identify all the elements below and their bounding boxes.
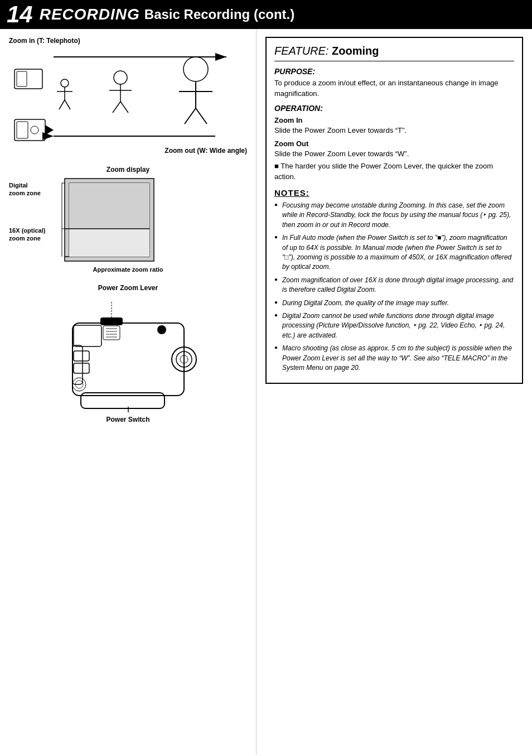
svg-line-9 bbox=[65, 100, 70, 109]
svg-rect-3 bbox=[14, 69, 42, 89]
note-item: Macro shooting (as close as approx. 5 cm… bbox=[274, 344, 514, 373]
purpose-heading: PURPOSE: bbox=[274, 67, 514, 76]
svg-line-14 bbox=[120, 102, 128, 113]
note-item: Focusing may become unstable during Zoom… bbox=[274, 201, 514, 230]
purpose-text: To produce a zoom in/out effect, or an i… bbox=[274, 78, 514, 99]
zoom-display-section: Zoom display Digitalzoom zone 16X (optic… bbox=[9, 166, 247, 273]
feature-box: FEATURE: Zooming PURPOSE: To produce a z… bbox=[265, 37, 523, 384]
note-item: Digital Zoom cannot be used while functi… bbox=[274, 311, 514, 340]
svg-rect-21 bbox=[17, 122, 28, 138]
header-subtitle: Basic Recording (cont.) bbox=[144, 7, 294, 22]
main-content: Zoom in (T: Telephoto) bbox=[0, 29, 532, 754]
svg-rect-41 bbox=[100, 317, 123, 325]
zoom-bullet-text: ■ The harder you slide the Power Zoom Le… bbox=[274, 161, 514, 182]
svg-line-18 bbox=[185, 108, 196, 124]
zoom-in-label: Zoom in (T: Telephoto) bbox=[9, 37, 247, 45]
zoom-bar-svg bbox=[59, 176, 182, 265]
svg-point-10 bbox=[114, 71, 127, 84]
svg-rect-44 bbox=[103, 326, 120, 340]
zoom-out-text: Slide the Power Zoom Lever towards “W”. bbox=[274, 149, 514, 160]
svg-point-15 bbox=[183, 57, 208, 81]
note-item: During Digital Zoom, the quality of the … bbox=[274, 298, 514, 308]
optical-zoom-label: 16X (optical)zoom zone bbox=[9, 227, 57, 243]
zoom-in-text: Slide the Power Zoom Lever towards “T”. bbox=[274, 126, 514, 136]
right-column: FEATURE: Zooming PURPOSE: To produce a z… bbox=[257, 29, 532, 754]
power-switch-label: Power Switch bbox=[9, 416, 247, 423]
page-header: 14 RECORDING Basic Recording (cont.) bbox=[0, 0, 532, 29]
header-title: RECORDING bbox=[40, 6, 140, 23]
zoom-out-label: Zoom out (W: Wide angle) bbox=[9, 147, 247, 155]
svg-rect-20 bbox=[14, 119, 45, 141]
svg-marker-23 bbox=[45, 125, 54, 135]
zoom-telephoto-diagram bbox=[9, 47, 247, 145]
page-number: 14 bbox=[7, 3, 33, 26]
note-item: Zoom magnification of over 16X is done t… bbox=[274, 276, 514, 295]
feature-label: FEATURE: bbox=[274, 45, 328, 57]
zoom-labels-left: Digitalzoom zone 16X (optical)zoom zone bbox=[9, 176, 59, 242]
svg-point-51 bbox=[157, 325, 166, 334]
approx-zoom-label: Approximate zoom ratio bbox=[9, 266, 247, 273]
note-item: In Full Auto mode (when the Power Switch… bbox=[274, 233, 514, 272]
camera-section: Power Zoom Lever bbox=[9, 284, 247, 423]
power-zoom-lever-label: Power Zoom Lever bbox=[9, 284, 247, 292]
svg-point-22 bbox=[31, 126, 38, 134]
svg-line-19 bbox=[196, 108, 207, 124]
zoom-telephoto-svg bbox=[9, 47, 249, 145]
feature-title: FEATURE: Zooming bbox=[274, 45, 514, 61]
zoom-display-diagram: Digitalzoom zone 16X (optical)zoom zone bbox=[9, 176, 247, 265]
svg-line-8 bbox=[59, 100, 65, 109]
svg-rect-40 bbox=[74, 325, 101, 346]
camera-svg bbox=[50, 295, 206, 412]
svg-rect-4 bbox=[17, 71, 27, 86]
zoom-out-heading: Zoom Out bbox=[274, 139, 514, 148]
svg-rect-42 bbox=[74, 351, 89, 361]
svg-point-5 bbox=[61, 79, 69, 87]
zoom-in-heading: Zoom In bbox=[274, 116, 514, 124]
svg-rect-43 bbox=[74, 363, 89, 373]
left-column: Zoom in (T: Telephoto) bbox=[0, 29, 257, 754]
notes-list: Focusing may become unstable during Zoom… bbox=[274, 201, 514, 373]
zoom-display-label: Zoom display bbox=[9, 166, 247, 174]
digital-zoom-label: Digitalzoom zone bbox=[9, 181, 57, 198]
feature-name: Zooming bbox=[332, 45, 379, 57]
svg-line-13 bbox=[113, 102, 120, 113]
svg-rect-27 bbox=[69, 183, 149, 229]
svg-rect-28 bbox=[69, 229, 149, 257]
notes-heading: NOTES: bbox=[274, 188, 514, 198]
operation-heading: OPERATION: bbox=[274, 104, 514, 113]
